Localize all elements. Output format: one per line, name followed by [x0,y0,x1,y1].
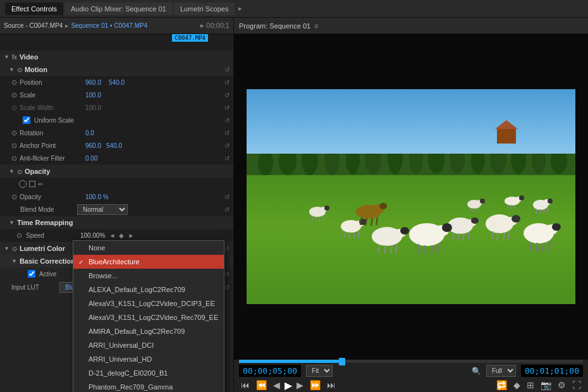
tabs-overflow-arrow[interactable]: ▸ [236,4,245,13]
speed-nav-left[interactable]: ◄ [109,232,115,239]
speed-nav-diamond[interactable]: ◆ [119,232,124,239]
step-back-btn[interactable]: ⏪ [254,380,269,390]
speed-sw[interactable]: ⊙ [16,231,22,240]
export-frame-btn[interactable]: 📷 [539,380,553,390]
antiflicker-reset[interactable]: ↺ [224,155,230,162]
time-remap-title: Time Remapping [17,219,73,226]
progress-container[interactable] [239,360,583,363]
dropdown-item-ALEXA-Default-LogC2Rec709[interactable]: ALEXA_Default_LogC2Rec709 [73,283,224,297]
blend-mode-select[interactable]: Normal [77,204,128,215]
loop-btn[interactable]: 🔁 [494,380,509,390]
dropdown-item-D-21-delogC-EI0200-B1[interactable]: D-21_delogC_EI0200_B1 [73,366,224,380]
opacity-reset[interactable]: ↺ [224,193,230,200]
source-clip[interactable]: Sequence 01 • C0047.MP4 [71,22,147,29]
antiflicker-label: Anti-flicker Filter [20,155,83,162]
opacity-paint-icon[interactable]: ✏ [38,181,43,188]
scale-width-sw[interactable]: ⊙ [11,104,17,112]
anchor-reset[interactable]: ↺ [224,142,230,149]
scale-value[interactable]: 100.0 [85,92,101,99]
fit-select[interactable]: Fit [306,365,333,377]
lumetri-reset[interactable]: ↺ [224,245,230,252]
dropdown-item-Phantom-Rec709-Gamma[interactable]: Phantom_Rec709_Gamma [73,380,224,392]
anchor-point-row: ⊙ Anchor Point 960.0 540.0 ↺ [0,139,233,152]
uniform-scale-reset[interactable]: ↺ [224,117,230,124]
source-nav-btn[interactable]: ▸ 00;00;1 [200,21,230,30]
timecode-total: 00;01;01;00 [521,365,583,377]
fullscreen-btn[interactable]: ⛶ [570,380,583,390]
opacity-value[interactable]: 100.0 % [85,193,109,200]
scene-field [247,175,575,304]
dropdown-item-BlueArchitecture[interactable]: BlueArchitecture [73,255,224,269]
video-collapse-arrow: ▼ [4,54,9,60]
anchor-x[interactable]: 960.0 [85,142,101,149]
scale-width-reset[interactable]: ↺ [224,104,230,111]
settings-btn[interactable]: ⚙ [556,380,568,390]
go-to-out-btn[interactable]: ⏭ [325,380,338,390]
scene-barn [497,128,516,144]
effects-content[interactable]: ▼ fx Video ▼ ⊙ Motion ↺ ⊙ Position 960.0 [0,48,233,392]
step-forward-btn[interactable]: ⏩ [308,380,322,390]
active-reset[interactable]: ↺ [224,271,230,278]
motion-title: Motion [25,66,47,73]
tab-lumetri-scopes[interactable]: Lumetri Scopes [174,3,235,15]
program-menu-icon[interactable]: ≡ [314,22,318,30]
lumetri-icon[interactable]: ⊙ [12,245,17,252]
motion-reset-icon[interactable]: ↺ [224,66,230,73]
dropdown-item-None[interactable]: None [73,241,224,255]
timecode-row: 00;00;05;00 Fit 🔍 Full 00;01;01;00 [234,363,588,379]
dropdown-item-AMIRA-Default-LogC2Rec709[interactable]: AMIRA_Default_LogC2Rec709 [73,324,224,338]
timecode-current[interactable]: 00;00;05;00 [239,365,301,377]
play-btn[interactable]: ▶ [285,379,292,391]
rotation-value[interactable]: 0.0 [85,130,94,137]
opacity-section-header[interactable]: ▼ ⊙ Opacity [0,165,233,178]
basic-correction-arrow: ▼ [11,258,17,264]
tab-effect-controls[interactable]: Effect Controls [5,3,63,15]
dropdown-item-AlexaV3-K1S1-LogC2Video-Rec709-EE[interactable]: AlexaV3_K1S1_LogC2Video_Rec709_EE [73,310,224,324]
position-x[interactable]: 960.0 [85,79,101,86]
dropdown-item-Browse---[interactable]: Browse... [73,269,224,283]
lut-dropdown[interactable]: NoneBlueArchitectureBrowse...ALEXA_Defau… [73,240,224,392]
input-lut-reset[interactable]: ↺ [224,284,230,291]
antiflicker-sw[interactable]: ⊙ [11,154,17,162]
time-remapping-header[interactable]: ▼ Time Remapping [0,216,233,229]
active-checkbox[interactable] [28,270,35,278]
progress-thumb[interactable] [339,358,345,365]
antiflicker-value[interactable]: 0.00 [85,155,97,162]
opacity-square-icon[interactable] [29,181,35,187]
time-remapping-group: ▼ Time Remapping ⊙ Speed 100.00% ◄ ◆ ► [0,216,233,242]
motion-section-header[interactable]: ▼ ⊙ Motion ↺ [0,63,233,76]
anchor-y[interactable]: 540.0 [106,142,122,149]
motion-sw-icon[interactable]: ⊙ [17,66,22,73]
blend-mode-reset[interactable]: ↺ [224,206,230,213]
dropdown-item-AlexaV3-K1S1-LogC2Video-DCIP3-EE[interactable]: AlexaV3_K1S1_LogC2Video_DCIP3_EE [73,297,224,310]
go-to-in-btn[interactable]: ⏮ [239,380,252,390]
source-header: Source - C0047.MP4 ▸ Sequence 01 • C0047… [0,18,233,34]
rotation-reset[interactable]: ↺ [224,130,230,137]
full-select[interactable]: Full [486,365,516,377]
scale-label: Scale [20,92,83,99]
tab-audio-clip-mixer[interactable]: Audio Clip Mixer: Sequence 01 [64,3,173,15]
position-y[interactable]: 540.0 [109,79,125,86]
opacity-value-row: ⊙ Opacity 100.0 % ↺ [0,190,233,203]
blend-mode-row: Blend Mode Normal ↺ [0,203,233,216]
opacity-circle-icon[interactable] [19,180,27,188]
speed-nav-right[interactable]: ► [128,232,134,239]
source-label: Source - C0047.MP4 [4,22,63,29]
scale-sw[interactable]: ⊙ [11,91,17,99]
dropdown-item-ARRI-Universal-HD[interactable]: ARRI_Universal_HD [73,352,224,366]
position-reset[interactable]: ↺ [224,79,230,86]
opacity-value-sw[interactable]: ⊙ [11,193,17,201]
marker-btn[interactable]: ◆ [511,380,522,390]
uniform-scale-checkbox[interactable] [23,116,30,124]
scale-reset[interactable]: ↺ [224,92,230,99]
zoom-icon[interactable]: 🔍 [472,367,481,376]
frame-forward-btn[interactable]: ▶ [295,380,305,390]
safe-margins-btn[interactable]: ⊞ [525,380,536,390]
rotation-sw[interactable]: ⊙ [11,129,17,137]
position-sw[interactable]: ⊙ [11,78,17,87]
anchor-sw[interactable]: ⊙ [11,142,17,150]
opacity-sw[interactable]: ⊙ [17,168,22,175]
frame-back-btn[interactable]: ◀ [271,380,282,390]
dropdown-item-ARRI-Universal-DCI[interactable]: ARRI_Universal_DCI [73,338,224,352]
video-section-header[interactable]: ▼ fx Video [0,51,233,63]
